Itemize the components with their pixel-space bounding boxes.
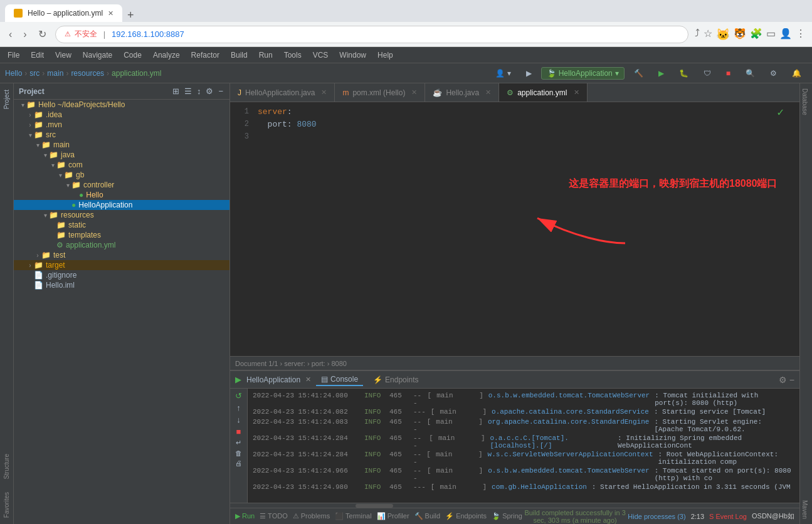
breadcrumb-resources[interactable]: resources: [71, 69, 104, 78]
tree-hello-iml[interactable]: 📄 Hello.iml: [14, 280, 229, 290]
menu-analyze[interactable]: Analyze: [148, 50, 185, 61]
app-dropdown[interactable]: 🍃 HelloApplication ▾: [541, 67, 625, 80]
panel-close-btn[interactable]: −: [217, 85, 224, 97]
tab-helloapplication-close[interactable]: ✕: [321, 88, 327, 97]
tree-helloapplication[interactable]: ● HelloApplication: [14, 200, 229, 210]
maven-tab[interactable]: Maven: [800, 495, 812, 524]
tree-gb[interactable]: ▾ 📁 gb: [14, 170, 229, 180]
todo-btn[interactable]: ☰ TODO: [260, 512, 287, 520]
scroll-down-btn[interactable]: ↓: [236, 415, 241, 424]
panel-sort-btn[interactable]: ↕: [196, 85, 203, 97]
profiler-btn[interactable]: 📊 Profiler: [377, 512, 409, 520]
endpoints-status-btn[interactable]: ⚡ Endpoints: [445, 512, 487, 520]
tree-controller[interactable]: ▾ 📁 controller: [14, 180, 229, 190]
panel-settings-btn[interactable]: ⚙: [204, 85, 214, 97]
hide-processes-btn[interactable]: Hide processes (3): [628, 513, 685, 520]
console-scrollbar[interactable]: [230, 503, 799, 508]
menu-code[interactable]: Code: [119, 50, 147, 61]
tree-target[interactable]: › 📁 target: [14, 260, 229, 270]
tree-application-yml[interactable]: ⚙ application.yml: [14, 240, 229, 250]
tree-hello-java[interactable]: ● Hello: [14, 190, 229, 200]
scroll-up-btn[interactable]: ↑: [236, 403, 241, 412]
tree-src[interactable]: ▾ 📁 src: [14, 130, 229, 140]
tab-pom-xml[interactable]: m pom.xml (Hello) ✕: [335, 83, 425, 102]
coverage-btn[interactable]: 🛡: [698, 67, 717, 80]
project-tab[interactable]: Project: [1, 83, 12, 115]
panel-layout-btn[interactable]: ⊞: [171, 85, 181, 97]
search-btn[interactable]: 🔍: [740, 67, 761, 80]
clear-btn[interactable]: 🗑: [235, 449, 242, 457]
wrap-btn[interactable]: ↵: [236, 439, 241, 447]
breadcrumb-src[interactable]: src: [29, 69, 40, 78]
bookmark-icon[interactable]: ☆: [704, 28, 712, 41]
menu-edit[interactable]: Edit: [26, 50, 49, 61]
debug-btn[interactable]: 🐛: [673, 67, 694, 80]
run-btn-toolbar[interactable]: ▶: [653, 67, 670, 80]
tree-idea[interactable]: › 📁 .idea: [14, 110, 229, 120]
profile-icon[interactable]: 🐱: [716, 28, 730, 41]
database-tab[interactable]: Database: [800, 83, 812, 120]
minimize-bottom-btn[interactable]: −: [789, 375, 794, 385]
build-project-btn[interactable]: 🔨: [628, 67, 649, 80]
breadcrumb-main[interactable]: main: [47, 69, 63, 78]
menu-navigate[interactable]: Navigate: [78, 50, 117, 61]
account-icon[interactable]: 👤: [779, 28, 792, 41]
tree-test[interactable]: › 📁 test: [14, 250, 229, 260]
bottom-tab-endpoints[interactable]: ⚡ Endpoints: [368, 374, 423, 385]
share-icon[interactable]: ⤴: [695, 28, 700, 41]
refresh-btn[interactable]: ↻: [36, 26, 49, 43]
git-btn[interactable]: 👤 ▾: [490, 67, 516, 80]
url-input[interactable]: ⚠ 不安全 | 192.168.1.100:8887: [55, 26, 688, 43]
tab-close-btn[interactable]: ✕: [108, 9, 113, 18]
settings-btn[interactable]: ⚙: [764, 67, 783, 80]
build-btn[interactable]: 🔨 Build: [414, 512, 441, 520]
tab-pom-close[interactable]: ✕: [411, 88, 417, 97]
tab-hello-java[interactable]: ☕ Hello.java ✕: [425, 83, 499, 102]
tree-root[interactable]: ▾ 📁 Hello ~/IdeaProjects/Hello: [14, 100, 229, 110]
sidebar-icon[interactable]: ▭: [766, 28, 776, 41]
terminal-btn[interactable]: ⬛ Terminal: [335, 512, 371, 520]
notifications-btn[interactable]: 🔔: [786, 67, 807, 80]
puzzle-icon[interactable]: 🧩: [750, 28, 762, 41]
favorites-tab[interactable]: Favorites: [1, 486, 12, 524]
structure-tab[interactable]: Structure: [1, 448, 12, 486]
menu-build[interactable]: Build: [226, 50, 253, 61]
spring-btn[interactable]: 🍃 Spring: [492, 512, 522, 520]
tab-helloapplication-java[interactable]: J HelloApplication.java ✕: [230, 83, 335, 102]
tab-hello-close[interactable]: ✕: [485, 88, 491, 97]
tab-application-yml[interactable]: ⚙ application.yml ✕: [499, 83, 587, 102]
tree-main[interactable]: ▾ 📁 main: [14, 140, 229, 150]
stop-console-btn[interactable]: ■: [236, 427, 241, 436]
event-log-btn[interactable]: S Event Log: [709, 513, 747, 520]
extension-icon[interactable]: 🐯: [734, 28, 746, 41]
back-btn[interactable]: ‹: [6, 26, 14, 43]
tree-templates[interactable]: 📁 templates: [14, 230, 229, 240]
code-editor[interactable]: 1 server: 2 port: 8080 3: [230, 102, 799, 356]
print-btn[interactable]: 🖨: [235, 459, 242, 467]
rerun-btn[interactable]: ↺: [235, 391, 242, 401]
menu-tools[interactable]: Tools: [279, 50, 307, 61]
forward-btn[interactable]: ›: [21, 26, 29, 43]
menu-vcs[interactable]: VCS: [308, 50, 334, 61]
tree-gitignore[interactable]: 📄 .gitignore: [14, 270, 229, 280]
run-status-btn[interactable]: ▶ Run: [235, 512, 255, 520]
menu-window[interactable]: Window: [334, 50, 371, 61]
menu-file[interactable]: File: [3, 50, 24, 61]
active-tab[interactable]: Hello – application.yml ✕: [5, 4, 122, 22]
tree-mvn[interactable]: › 📁 .mvn: [14, 120, 229, 130]
menu-refactor[interactable]: Refactor: [186, 50, 224, 61]
menu-help[interactable]: Help: [372, 50, 398, 61]
breadcrumb-hello[interactable]: Hello: [5, 69, 22, 78]
settings-gear-btn[interactable]: ⚙: [779, 375, 787, 385]
menu-dots-icon[interactable]: ⋮: [796, 28, 806, 41]
tree-java[interactable]: ▾ 📁 java: [14, 150, 229, 160]
tree-com[interactable]: ▾ 📁 com: [14, 160, 229, 170]
tree-resources[interactable]: ▾ 📁 resources: [14, 210, 229, 220]
stop-btn[interactable]: ■: [720, 67, 736, 80]
tab-yml-close[interactable]: ✕: [574, 88, 579, 97]
new-tab-btn[interactable]: +: [122, 9, 139, 22]
bottom-tab-console[interactable]: ▤ Console: [316, 374, 363, 386]
menu-run[interactable]: Run: [254, 50, 278, 61]
problems-btn[interactable]: ⚠ Problems: [293, 512, 330, 520]
run-config-btn[interactable]: ▶: [520, 67, 537, 80]
